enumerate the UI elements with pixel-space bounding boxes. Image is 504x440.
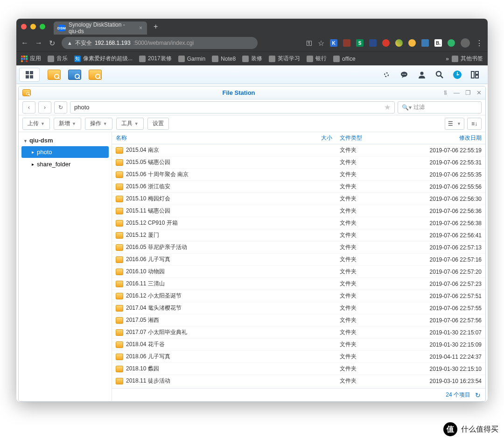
- file-name: 2016.12 小太阳圣诞节: [126, 292, 182, 300]
- bookmark-item[interactable]: 装修: [242, 55, 262, 63]
- file-type: 文件夹: [336, 365, 411, 373]
- forward-button[interactable]: →: [35, 39, 42, 47]
- settings-button[interactable]: 设置: [147, 118, 169, 130]
- file-row[interactable]: 2015.12 厦门文件夹2019-07-06 22:56:41: [112, 229, 485, 241]
- widget-icon[interactable]: [452, 70, 462, 80]
- minimize-icon[interactable]: —: [454, 89, 460, 96]
- app-filestation[interactable]: [44, 67, 64, 82]
- file-row[interactable]: 2016.06 儿子写真文件夹2019-07-06 22:57:16: [112, 254, 485, 266]
- nav-back-button[interactable]: ‹: [22, 101, 35, 114]
- bookmark-item[interactable]: 知像素爱好者的超级...: [74, 55, 133, 63]
- file-row[interactable]: 2015.05 锡惠公园文件夹2019-07-06 22:55:31: [112, 156, 485, 169]
- file-row[interactable]: 2018.10 蠡园文件夹2019-01-30 22:15:10: [112, 363, 485, 375]
- more-bookmarks-button[interactable]: »: [446, 56, 449, 62]
- sort-button[interactable]: ≡↓: [467, 118, 482, 130]
- profile-icon[interactable]: [461, 38, 470, 48]
- close-window-button[interactable]: [21, 24, 27, 29]
- launcher-button[interactable]: [19, 68, 40, 82]
- ext-book[interactable]: [343, 39, 350, 47]
- ext-sky[interactable]: [421, 39, 429, 47]
- file-row[interactable]: 2016.12 小太阳圣诞节文件夹2019-07-06 22:57:51: [112, 290, 485, 302]
- col-size[interactable]: 大小: [308, 134, 336, 142]
- pilot-icon[interactable]: [381, 70, 392, 80]
- file-row[interactable]: 2015.10 梅园灯会文件夹2019-07-06 22:56:30: [112, 193, 485, 205]
- file-row[interactable]: 2018.11 徒步活动文件夹2019-03-10 16:23:54: [112, 375, 485, 387]
- tools-button[interactable]: 工具▼: [116, 118, 144, 130]
- refresh-icon-footer[interactable]: ↻: [475, 391, 481, 399]
- action-button[interactable]: 操作▼: [85, 118, 112, 130]
- create-button[interactable]: 新增▼: [54, 118, 81, 130]
- folder-icon: [139, 56, 146, 62]
- search-icon[interactable]: [434, 70, 445, 80]
- close-icon[interactable]: ✕: [476, 89, 482, 96]
- apps-button[interactable]: 应用: [21, 55, 41, 63]
- file-type: 文件夹: [336, 158, 411, 166]
- new-tab-button[interactable]: +: [154, 22, 158, 31]
- file-row[interactable]: 2018.06 儿子写真文件夹2019-04-11 22:24:37: [112, 351, 485, 363]
- filter-input[interactable]: 🔍▾过滤: [398, 101, 482, 114]
- url-input[interactable]: ▲ 不安全 192.168.1.193:5000/webman/index.cg…: [62, 37, 258, 49]
- file-row[interactable]: 2015.04 南京文件夹2019-07-06 22:55:19: [112, 144, 485, 156]
- ext-b[interactable]: B.: [434, 39, 442, 47]
- pin-icon[interactable]: ⥮: [443, 89, 448, 96]
- ext-yellow[interactable]: [408, 39, 416, 47]
- ext-s[interactable]: S: [356, 39, 364, 47]
- ext-k[interactable]: K: [330, 39, 337, 47]
- bookmark-item[interactable]: office: [333, 56, 355, 62]
- close-tab-icon[interactable]: ×: [139, 25, 142, 31]
- upload-button[interactable]: 上传▼: [22, 118, 50, 130]
- file-row[interactable]: 2015.11 锡惠公园文件夹2019-07-06 22:56:36: [112, 205, 485, 217]
- file-row[interactable]: 2015.06 十周年聚会 南京文件夹2019-07-06 22:55:35: [112, 169, 485, 181]
- file-row[interactable]: 2018.04 花千谷文件夹2019-01-30 22:15:09: [112, 339, 485, 351]
- bookmark-item[interactable]: 银行: [307, 55, 327, 63]
- col-date[interactable]: 修改日期: [411, 134, 485, 142]
- tree-root[interactable]: qiu-dsm: [21, 135, 110, 146]
- file-rows[interactable]: 2015.04 南京文件夹2019-07-06 22:55:192015.05 …: [112, 144, 485, 388]
- star-icon[interactable]: ☆: [318, 39, 324, 48]
- chat-icon[interactable]: [399, 70, 409, 80]
- ext-blue[interactable]: [369, 39, 377, 47]
- key-icon[interactable]: ⚿: [306, 40, 312, 47]
- bookmark-item[interactable]: Note8: [212, 56, 236, 62]
- file-row[interactable]: 2016.11 三清山文件夹2019-07-06 22:57:23: [112, 278, 485, 290]
- favorite-icon[interactable]: ★: [384, 103, 391, 112]
- bookmark-item[interactable]: 2017装修: [139, 55, 172, 63]
- col-name[interactable]: 名称: [112, 134, 308, 142]
- browser-tab[interactable]: DSM Synology DiskStation - qiu-ds ×: [54, 21, 147, 35]
- tree-node[interactable]: photo: [21, 146, 109, 158]
- file-row[interactable]: 2015.12 CP910 开箱文件夹2019-07-06 22:56:38: [112, 217, 485, 229]
- bookmark-item[interactable]: 英语学习: [269, 55, 300, 63]
- file-row[interactable]: 2015.06 浙江临安文件夹2019-07-06 22:55:56: [112, 181, 485, 193]
- maximize-icon[interactable]: ❐: [465, 89, 471, 96]
- file-row[interactable]: 2017.04 鼋头渚樱花节文件夹2019-07-06 22:57:55: [112, 302, 485, 314]
- path-input[interactable]: photo★: [70, 101, 395, 114]
- bookmark-item[interactable]: 音乐: [48, 55, 68, 63]
- file-row[interactable]: 2016.05 菲尼萨亲子活动文件夹2019-07-06 22:57:13: [112, 241, 485, 254]
- panel-icon[interactable]: [470, 70, 480, 80]
- menu-icon[interactable]: ⋮: [476, 39, 483, 48]
- back-button[interactable]: ←: [21, 39, 28, 47]
- other-bookmarks-button[interactable]: 其他书签: [452, 55, 483, 63]
- tree-node[interactable]: share_folder: [21, 158, 109, 170]
- file-name: 2018.10 蠡园: [126, 365, 159, 373]
- reload-button[interactable]: ↻: [49, 39, 55, 48]
- ext-multi[interactable]: [395, 39, 403, 47]
- action-toolbar: 上传▼ 新增▼ 操作▼ 工具▼ 设置 ☰▼ ≡↓: [19, 115, 485, 132]
- bookmark-item[interactable]: Garmin: [178, 56, 205, 62]
- nav-refresh-button[interactable]: ↻: [54, 101, 67, 114]
- file-row[interactable]: 2016.10 动物园文件夹2019-07-06 22:57:20: [112, 266, 485, 278]
- col-type[interactable]: 文件类型: [336, 134, 411, 142]
- nav-forward-button[interactable]: ›: [38, 101, 51, 114]
- ext-green[interactable]: [448, 39, 455, 47]
- minimize-window-button[interactable]: [30, 24, 36, 29]
- file-type: 文件夹: [336, 280, 411, 288]
- app-folder[interactable]: [85, 67, 105, 82]
- app-photostation[interactable]: [65, 67, 84, 82]
- bookmark-overflow: » 其他书签: [446, 55, 483, 63]
- file-row[interactable]: 2017.05 湘西文件夹2019-07-06 22:57:56: [112, 314, 485, 326]
- file-row[interactable]: 2017.07 小太阳毕业典礼文件夹2019-01-30 22:15:07: [112, 326, 485, 339]
- user-icon[interactable]: [417, 70, 427, 80]
- ext-red[interactable]: [382, 39, 390, 47]
- maximize-window-button[interactable]: [40, 24, 45, 29]
- view-list-button[interactable]: ☰▼: [445, 118, 464, 130]
